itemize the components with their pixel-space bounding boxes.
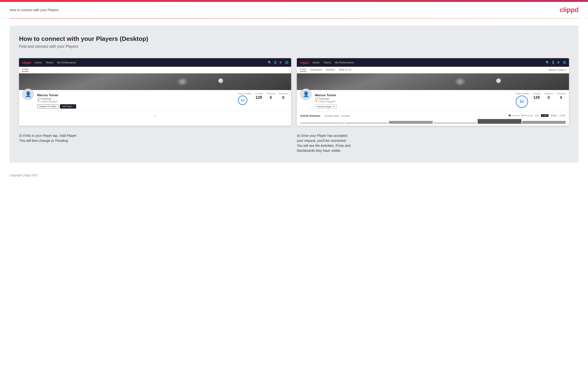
screenshot-bottom-1: ✂ xyxy=(19,111,291,120)
tab-user-label[interactable]: Marcus Turner ▾ xyxy=(549,69,566,71)
nav-icons-2: 🔍 👤 ⚙ 🌐 xyxy=(546,61,566,64)
tab-activities-2[interactable]: Activities xyxy=(326,68,335,72)
profile-info-2: Marcus Turner 1-5 Handicap 📍 United King… xyxy=(315,92,512,109)
nav-performance-1[interactable]: My Performance xyxy=(57,61,76,64)
header-divider xyxy=(9,18,579,18)
player-quality-stat-1: Player Quality 92 xyxy=(238,92,251,105)
clippd-logo: clippd xyxy=(560,6,579,14)
time-btn-3mths[interactable]: 3 mths xyxy=(550,114,558,117)
settings-icon-1[interactable]: ⚙ xyxy=(279,61,283,64)
nav-home-1[interactable]: Home xyxy=(35,61,42,64)
activity-subtitle: Monthly Activity · 6 Months xyxy=(324,115,350,117)
golf-ball-1 xyxy=(218,78,223,83)
quality-label-2: Player Quality xyxy=(516,92,529,95)
followers-label-2: Followers xyxy=(544,92,553,95)
time-btn-1yr[interactable]: 1 yr xyxy=(535,114,539,117)
tab-what-to-on-2[interactable]: What To On xyxy=(339,68,352,72)
golf-ball-2 xyxy=(496,78,501,83)
footer: Copyright Clippd 2022 xyxy=(0,170,588,181)
activity-title-group: Activity Summary Monthly Activity · 6 Mo… xyxy=(300,113,350,117)
profile-buttons-1: Request to Follow Add Player + xyxy=(37,104,234,108)
followers-label-1: Followers xyxy=(266,92,276,95)
legend-off-course: Off course xyxy=(522,115,533,117)
user-icon-1[interactable]: 👤 xyxy=(274,61,277,64)
globe-icon-1[interactable]: 🌐 xyxy=(285,61,288,64)
activity-summary: Activity Summary Monthly Activity · 6 Mo… xyxy=(297,111,569,126)
golf-banner-1 xyxy=(19,73,291,90)
profile-buttons-2: Remove Player ✕ xyxy=(315,104,512,109)
followers-value-2: 0 xyxy=(544,95,553,100)
activity-bars xyxy=(300,119,566,124)
time-btn-6mths[interactable]: 6 mths xyxy=(541,114,548,117)
activity-title: Activity Summary xyxy=(300,115,320,117)
caption-2-text: 4) Once your Player has acceptedyour req… xyxy=(297,134,350,152)
activity-header: Activity Summary Monthly Activity · 6 Mo… xyxy=(300,113,566,117)
location-icon-1: 📍 xyxy=(37,100,40,103)
profile-info-1: Marcus Turner 1-5 Handicap 📍 United King… xyxy=(37,92,234,108)
quality-circle-1: 92 xyxy=(238,95,247,105)
golf-banner-inner-1 xyxy=(19,73,291,90)
profile-section-1: 👤 Marcus Turner 1-5 Handicap 📍 United Ki… xyxy=(19,90,291,111)
caption-2: 4) Once your Player has acceptedyour req… xyxy=(297,133,569,153)
page-subheading: Find and connect with your Players xyxy=(19,44,569,49)
remove-player-button[interactable]: Remove Player ✕ xyxy=(315,104,337,109)
following-stat-2: Following 0 xyxy=(557,92,566,100)
on-course-dot xyxy=(509,115,511,117)
nav-performance-2[interactable]: My Performance xyxy=(335,61,354,64)
tab-profile-2[interactable]: Profile xyxy=(300,68,306,72)
followers-stat-2: Followers 0 xyxy=(544,92,553,100)
app-navbar-2: clippd Home Teams My Performance 🔍 👤 ⚙ 🌐 xyxy=(297,58,569,67)
page-heading: How to connect with your Players (Deskto… xyxy=(19,35,569,42)
activities-stat-2: Activities 129 xyxy=(532,92,541,100)
app-navbar-1: clippd Home Teams My Performance 🔍 👤 ⚙ 🌐 xyxy=(19,58,291,67)
nav-home-2[interactable]: Home xyxy=(312,61,320,64)
avatar-1: 👤 xyxy=(22,89,34,100)
app-tabs-1: Profile xyxy=(19,67,291,73)
bar-2 xyxy=(345,122,389,124)
player-name-2: Marcus Turner xyxy=(315,93,512,97)
player-quality-stat-2: Player Quality 92 xyxy=(516,92,529,108)
bar-1 xyxy=(300,122,344,124)
following-label-1: Following xyxy=(279,92,288,95)
captions-row: 3) If this is your Player tap, 'Add Play… xyxy=(19,133,569,153)
header: How to connect with your Players clippd xyxy=(0,2,588,18)
activities-stat-1: Activities 129 xyxy=(254,92,263,100)
nav-teams-2[interactable]: Teams xyxy=(323,61,331,64)
remove-player-label: Remove Player xyxy=(317,106,332,108)
settings-icon-2[interactable]: ⚙ xyxy=(557,61,560,64)
search-icon-2[interactable]: 🔍 xyxy=(546,61,549,64)
search-icon-1[interactable]: 🔍 xyxy=(268,61,271,64)
activity-controls: On course Off course 1 yr 6 mths 3 mths … xyxy=(509,114,566,117)
main-content: How to connect with your Players (Deskto… xyxy=(9,26,579,163)
handicap-1: 1-5 Handicap xyxy=(37,97,234,100)
screenshots-row: clippd Home Teams My Performance 🔍 👤 ⚙ 🌐… xyxy=(19,58,569,126)
location-1: 📍 United Kingdom xyxy=(37,100,234,103)
following-value-2: 0 xyxy=(557,95,566,100)
request-follow-button[interactable]: Request to Follow xyxy=(37,104,59,108)
top-accent-bar xyxy=(0,0,588,2)
copyright: Copyright Clippd 2022 xyxy=(9,174,38,177)
app-logo-2: clippd xyxy=(300,61,309,64)
handicap-2: 1-5 Handicap xyxy=(315,97,512,100)
screenshot-2: clippd Home Teams My Performance 🔍 👤 ⚙ 🌐… xyxy=(297,58,569,126)
user-icon-2[interactable]: 👤 xyxy=(551,61,555,64)
close-icon: ✕ xyxy=(333,105,335,108)
quality-circle-2: 92 xyxy=(516,95,528,108)
bar-4 xyxy=(433,122,477,124)
add-player-button[interactable]: Add Player + xyxy=(60,104,76,108)
off-course-label: Off course xyxy=(524,115,533,117)
quality-label-1: Player Quality xyxy=(238,92,251,95)
profile-section-2: 👤 Marcus Turner 1-5 Handicap 📍 United Ki… xyxy=(297,90,569,111)
avatar-2: 👤 xyxy=(300,89,311,100)
tab-dashboard-2[interactable]: Dashboard xyxy=(310,68,322,72)
bar-6 xyxy=(522,121,566,124)
activities-value-2: 129 xyxy=(532,95,541,100)
following-value-1: 0 xyxy=(279,95,288,100)
tab-profile-1[interactable]: Profile xyxy=(22,68,28,72)
app-tabs-2: Profile Dashboard Activities What To On … xyxy=(297,67,569,73)
time-btn-1mth[interactable]: 1 mth xyxy=(559,114,566,117)
avatar-icon-1: 👤 xyxy=(25,91,31,97)
globe-icon-2[interactable]: 🌐 xyxy=(563,61,566,64)
on-course-label: On course xyxy=(511,115,520,117)
nav-teams-1[interactable]: Teams xyxy=(46,61,53,64)
